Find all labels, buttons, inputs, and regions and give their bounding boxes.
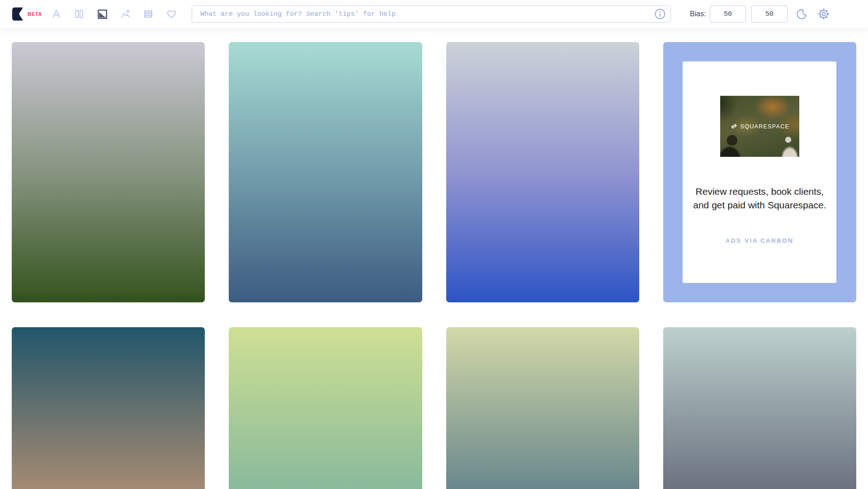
gradient-card-2[interactable] xyxy=(229,42,422,302)
gradient-histogram-icon[interactable] xyxy=(97,9,108,19)
app-logo[interactable] xyxy=(12,7,26,21)
ad-attribution-link[interactable]: ADS VIA CARBON xyxy=(726,237,793,244)
top-bar: BETA xyxy=(0,0,868,28)
bias-input-2[interactable] xyxy=(751,5,788,23)
gradient-card-5[interactable] xyxy=(229,327,422,489)
beta-badge: BETA xyxy=(28,11,42,17)
search-input[interactable] xyxy=(192,5,671,23)
gear-icon xyxy=(818,8,830,20)
dark-mode-toggle[interactable] xyxy=(796,8,808,20)
image-icon[interactable] xyxy=(120,9,131,19)
squarespace-logo-icon xyxy=(730,122,738,130)
search-bar xyxy=(192,5,671,23)
gradient-card-6[interactable] xyxy=(446,327,639,489)
ad-inner-box: SQUARESPACE Review requests, book client… xyxy=(683,61,836,283)
settings-button[interactable] xyxy=(817,8,830,20)
bias-input-1[interactable] xyxy=(710,5,746,23)
rows-icon[interactable] xyxy=(143,9,154,19)
moon-icon xyxy=(797,9,807,19)
ad-headline[interactable]: Review requests, book clients, and get p… xyxy=(689,185,830,212)
carbon-ad-card: SQUARESPACE Review requests, book client… xyxy=(663,42,856,302)
gradient-card-3[interactable] xyxy=(446,42,639,302)
info-icon[interactable] xyxy=(654,8,666,20)
gradient-card-7[interactable] xyxy=(663,327,856,489)
bias-label: Bias: xyxy=(690,10,706,18)
columns-icon[interactable] xyxy=(74,9,85,19)
primary-nav xyxy=(51,9,177,19)
typography-icon[interactable] xyxy=(51,9,61,19)
ad-image[interactable]: SQUARESPACE xyxy=(720,96,799,157)
gradient-card-4[interactable] xyxy=(12,327,205,489)
khroma-logo-icon xyxy=(12,7,26,21)
gradient-grid: SQUARESPACE Review requests, book client… xyxy=(0,42,868,489)
squarespace-brand-text: SQUARESPACE xyxy=(741,123,790,130)
heart-icon[interactable] xyxy=(166,9,177,19)
gradient-card-1[interactable] xyxy=(12,42,205,302)
